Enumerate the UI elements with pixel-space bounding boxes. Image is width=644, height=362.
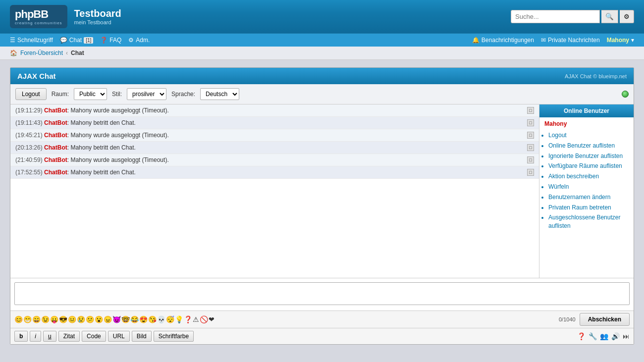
emoji-sunglasses[interactable]: 🤓 bbox=[121, 315, 130, 323]
chat-container: AJAX Chat AJAX Chat © blueimp.net Logout… bbox=[10, 67, 634, 345]
nav-schnellzugriff[interactable]: ☰ Schnellzugriff bbox=[10, 37, 53, 44]
format-bar: b i u Zitat Code URL Bild Schriftfarbe ❓… bbox=[10, 328, 634, 344]
format-italic-button[interactable]: i bbox=[30, 331, 41, 342]
emoji-sad[interactable]: 😢 bbox=[77, 315, 85, 323]
emoji-grin[interactable]: 😁 bbox=[23, 315, 32, 323]
emoji-dead[interactable]: 💀 bbox=[157, 315, 165, 323]
message-action-icon[interactable]: □ bbox=[527, 144, 534, 151]
format-color-button[interactable]: Schriftfarbe bbox=[154, 331, 194, 342]
bell-icon: 🔔 bbox=[472, 37, 480, 44]
table-row: (19:11:29) ChatBot: Mahony wurde ausgelo… bbox=[10, 104, 539, 117]
dropdown-icon: ▾ bbox=[631, 37, 634, 44]
chat-toolbar: Logout Raum: Public Stil: prosilver Spra… bbox=[10, 84, 634, 104]
raum-select[interactable]: Public bbox=[74, 88, 107, 100]
chat-icon: 💬 bbox=[60, 37, 67, 44]
msg-text: : Mahony betritt den Chat. bbox=[67, 119, 136, 126]
format-underline-button[interactable]: u bbox=[43, 331, 56, 342]
emoji-love[interactable]: 😍 bbox=[139, 315, 148, 323]
msg-time: (19:11:29) bbox=[15, 107, 44, 114]
message-content: (17:52:55) ChatBot: Mahony betritt den C… bbox=[15, 169, 524, 176]
help-icon[interactable]: ❓ bbox=[577, 332, 586, 340]
raum-label: Raum: bbox=[52, 91, 69, 98]
action-list-banned[interactable]: Ausgeschlossene Benutzer auflisten bbox=[548, 212, 629, 231]
tools-icon[interactable]: 🔧 bbox=[589, 332, 597, 340]
stil-select[interactable]: prosilver bbox=[127, 88, 166, 100]
emoji-lol[interactable]: 😂 bbox=[130, 315, 139, 323]
navbar-left: ☰ Schnellzugriff 💬 Chat [1] ❓ FAQ ⚙ Adm. bbox=[10, 37, 150, 44]
breadcrumb-current: Chat bbox=[71, 50, 84, 56]
breadcrumb-separator: ‹ bbox=[66, 50, 68, 56]
search-area: 🔍 ⚙ bbox=[511, 10, 634, 23]
message-action-icon[interactable]: □ bbox=[527, 156, 534, 163]
emoji-tongue[interactable]: 😛 bbox=[50, 315, 58, 323]
send-button[interactable]: Abschicken bbox=[580, 313, 630, 326]
message-input[interactable] bbox=[14, 282, 630, 305]
emoji-confused[interactable]: 😕 bbox=[86, 315, 94, 323]
action-dice[interactable]: Würfeln bbox=[548, 182, 629, 192]
emoji-no[interactable]: 🚫 bbox=[200, 315, 208, 323]
format-quote-button[interactable]: Zitat bbox=[58, 331, 80, 342]
nav-benachrichtigungen[interactable]: 🔔 Benachrichtigungen bbox=[472, 37, 534, 44]
action-list-rooms[interactable]: Verfügbare Räume auflisten bbox=[548, 161, 629, 171]
messages-area: (19:11:29) ChatBot: Mahony wurde ausgelo… bbox=[10, 104, 539, 278]
search-button[interactable]: 🔍 bbox=[601, 10, 618, 23]
online-actions-list: Logout Online Benutzer auflisten Ignorie… bbox=[539, 129, 634, 236]
format-code-button[interactable]: Code bbox=[82, 331, 106, 342]
format-bold-button[interactable]: b bbox=[14, 331, 28, 342]
emoji-cool[interactable]: 😎 bbox=[59, 315, 67, 323]
sprache-select[interactable]: Deutsch bbox=[200, 88, 239, 100]
emoji-kiss[interactable]: 😘 bbox=[148, 315, 157, 323]
emoji-sleep[interactable]: 😴 bbox=[166, 315, 174, 323]
message-action-icon[interactable]: □ bbox=[527, 119, 534, 126]
action-logout[interactable]: Logout bbox=[548, 130, 629, 141]
message-action-icon[interactable]: □ bbox=[527, 132, 534, 139]
msg-text: : Mahony betritt den Chat. bbox=[67, 144, 136, 151]
message-action-icon[interactable]: □ bbox=[527, 107, 534, 114]
action-describe[interactable]: Aktion beschreiben bbox=[548, 171, 629, 182]
benachrichtigungen-label: Benachrichtigungen bbox=[482, 37, 534, 44]
format-bar-right: ❓ 🔧 👥 🔊 ⏭ bbox=[577, 332, 630, 340]
search-input[interactable] bbox=[511, 10, 600, 23]
emoji-question[interactable]: ❓ bbox=[184, 315, 192, 323]
username-label: Mahony bbox=[607, 37, 629, 44]
action-list-users[interactable]: Online Benutzer auflisten bbox=[548, 141, 629, 151]
breadcrumb-home-link[interactable]: Foren-Übersicht bbox=[20, 50, 63, 56]
emoji-neutral[interactable]: 😐 bbox=[68, 315, 76, 323]
emoji-devil[interactable]: 😈 bbox=[112, 315, 121, 323]
emoji-wink[interactable]: 😉 bbox=[41, 315, 50, 323]
msg-time: (20:13:26) bbox=[15, 144, 44, 151]
table-row: (21:40:59) ChatBot: Mahony wurde ausgelo… bbox=[10, 154, 539, 166]
nav-adm[interactable]: ⚙ Adm. bbox=[128, 37, 150, 44]
emoji-warn[interactable]: ⚠ bbox=[193, 315, 199, 323]
input-area bbox=[10, 278, 634, 310]
site-header: phpBB creating communities Testboard mei… bbox=[0, 0, 644, 33]
users-icon[interactable]: 👥 bbox=[600, 332, 608, 340]
action-change-username[interactable]: Benutzernamen ändern bbox=[548, 192, 629, 203]
emoji-shocked[interactable]: 😮 bbox=[95, 315, 103, 323]
format-url-button[interactable]: URL bbox=[108, 331, 130, 342]
sound-icon[interactable]: 🔊 bbox=[611, 332, 620, 340]
emoji-smile[interactable]: 😊 bbox=[14, 315, 23, 323]
emoji-angry[interactable]: 😠 bbox=[104, 315, 112, 323]
logout-button[interactable]: Logout bbox=[15, 88, 47, 100]
nav-private-nachrichten[interactable]: ✉ Private Nachrichten bbox=[541, 37, 600, 44]
nav-faq[interactable]: ❓ FAQ bbox=[100, 37, 121, 44]
nav-icon[interactable]: ⏭ bbox=[623, 332, 630, 340]
action-list-ignored[interactable]: Ignorierte Benutzer auflisten bbox=[548, 151, 629, 161]
format-bild-button[interactable]: Bild bbox=[132, 331, 152, 342]
navbar: ☰ Schnellzugriff 💬 Chat [1] ❓ FAQ ⚙ Adm.… bbox=[0, 33, 644, 47]
schnellzugriff-label: Schnellzugriff bbox=[17, 37, 53, 44]
nav-chat[interactable]: 💬 Chat [1] bbox=[60, 37, 93, 44]
search-advanced-button[interactable]: ⚙ bbox=[620, 10, 634, 23]
nav-user-dropdown[interactable]: Mahony ▾ bbox=[607, 37, 634, 44]
action-private-room[interactable]: Privaten Raum betreten bbox=[548, 203, 629, 213]
navbar-right: 🔔 Benachrichtigungen ✉ Private Nachricht… bbox=[472, 37, 634, 44]
message-action-icon[interactable]: □ bbox=[527, 169, 534, 176]
msg-text: : Mahony wurde ausgeloggt (Timeout). bbox=[67, 107, 169, 114]
emoji-heart[interactable]: ❤ bbox=[209, 315, 215, 323]
logo-text: phpBB bbox=[15, 8, 48, 21]
chat-credit: AJAX Chat © blueimp.net bbox=[565, 73, 627, 79]
emoji-happy[interactable]: 😄 bbox=[32, 315, 41, 323]
emoji-idea[interactable]: 💡 bbox=[175, 315, 183, 323]
message-content: (19:11:29) ChatBot: Mahony wurde ausgelo… bbox=[15, 107, 524, 114]
